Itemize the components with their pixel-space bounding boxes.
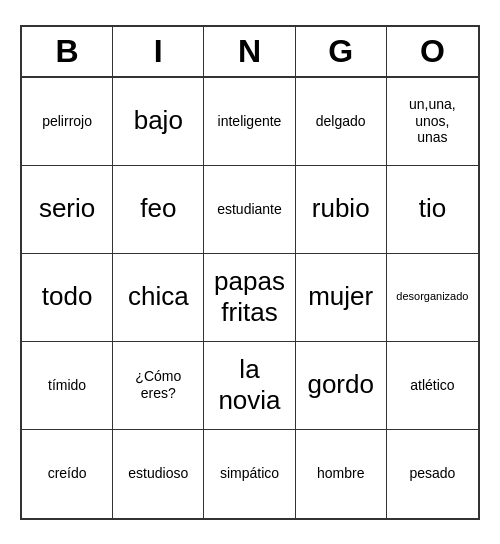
cell-text-20: creído	[48, 465, 87, 482]
cell-text-12: papas fritas	[214, 266, 285, 328]
cell-text-17: la novia	[218, 354, 280, 416]
bingo-cell-9: tio	[387, 166, 478, 254]
cell-text-18: gordo	[307, 369, 374, 400]
cell-text-15: tímido	[48, 377, 86, 394]
cell-text-23: hombre	[317, 465, 364, 482]
bingo-cell-3: delgado	[296, 78, 387, 166]
cell-text-22: simpático	[220, 465, 279, 482]
bingo-cell-8: rubio	[296, 166, 387, 254]
cell-text-6: feo	[140, 193, 176, 224]
bingo-cell-18: gordo	[296, 342, 387, 430]
cell-text-11: chica	[128, 281, 189, 312]
bingo-grid: pelirrojobajointeligentedelgadoun,una, u…	[22, 78, 478, 518]
bingo-cell-13: mujer	[296, 254, 387, 342]
bingo-cell-19: atlético	[387, 342, 478, 430]
bingo-cell-5: serio	[22, 166, 113, 254]
cell-text-7: estudiante	[217, 201, 282, 218]
bingo-cell-15: tímido	[22, 342, 113, 430]
cell-text-19: atlético	[410, 377, 454, 394]
bingo-cell-7: estudiante	[204, 166, 295, 254]
bingo-cell-12: papas fritas	[204, 254, 295, 342]
bingo-cell-4: un,una, unos, unas	[387, 78, 478, 166]
header-letter-n: N	[204, 27, 295, 76]
header-letter-o: O	[387, 27, 478, 76]
cell-text-0: pelirrojo	[42, 113, 92, 130]
bingo-cell-24: pesado	[387, 430, 478, 518]
bingo-cell-11: chica	[113, 254, 204, 342]
cell-text-24: pesado	[409, 465, 455, 482]
bingo-cell-1: bajo	[113, 78, 204, 166]
header-letter-g: G	[296, 27, 387, 76]
bingo-cell-23: hombre	[296, 430, 387, 518]
bingo-cell-17: la novia	[204, 342, 295, 430]
cell-text-5: serio	[39, 193, 95, 224]
bingo-card: BINGO pelirrojobajointeligentedelgadoun,…	[20, 25, 480, 520]
cell-text-16: ¿Cómo eres?	[135, 368, 181, 402]
bingo-header: BINGO	[22, 27, 478, 78]
bingo-cell-20: creído	[22, 430, 113, 518]
bingo-cell-16: ¿Cómo eres?	[113, 342, 204, 430]
cell-text-14: desorganizado	[396, 290, 468, 303]
header-letter-i: I	[113, 27, 204, 76]
bingo-cell-10: todo	[22, 254, 113, 342]
bingo-cell-6: feo	[113, 166, 204, 254]
cell-text-13: mujer	[308, 281, 373, 312]
cell-text-10: todo	[42, 281, 93, 312]
cell-text-3: delgado	[316, 113, 366, 130]
cell-text-21: estudioso	[128, 465, 188, 482]
bingo-cell-22: simpático	[204, 430, 295, 518]
cell-text-1: bajo	[134, 105, 183, 136]
bingo-cell-2: inteligente	[204, 78, 295, 166]
bingo-cell-21: estudioso	[113, 430, 204, 518]
bingo-cell-0: pelirrojo	[22, 78, 113, 166]
header-letter-b: B	[22, 27, 113, 76]
bingo-cell-14: desorganizado	[387, 254, 478, 342]
cell-text-4: un,una, unos, unas	[409, 96, 456, 146]
cell-text-8: rubio	[312, 193, 370, 224]
cell-text-2: inteligente	[218, 113, 282, 130]
cell-text-9: tio	[419, 193, 446, 224]
